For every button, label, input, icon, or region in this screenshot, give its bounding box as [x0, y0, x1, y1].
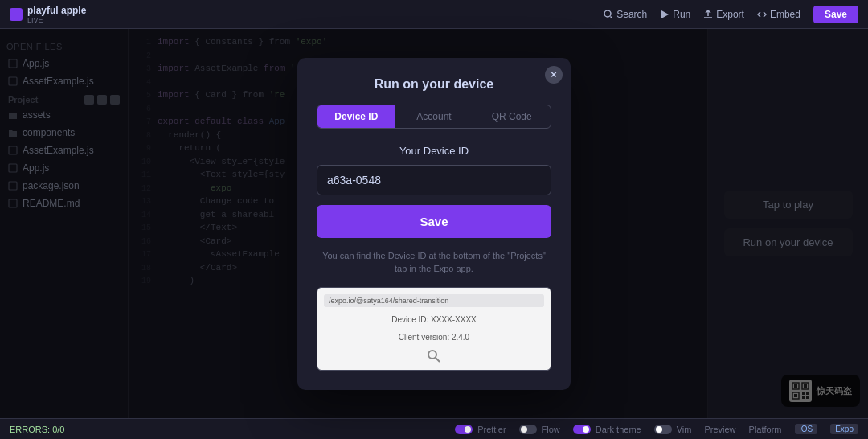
svg-point-0	[604, 10, 611, 17]
embed-button[interactable]: Embed	[757, 9, 800, 20]
bottombar: ERRORS: 0/0 Prettier Flow Dark theme Vim…	[0, 418, 868, 439]
ios-badge[interactable]: iOS	[795, 424, 818, 434]
screenshot-search	[324, 349, 544, 363]
screenshot-device-id: Device ID: XXXX-XXXX	[324, 314, 544, 326]
prettier-label: Prettier	[477, 425, 506, 434]
flow-toggle-dot[interactable]	[519, 425, 537, 434]
device-id-label: Your Device ID	[317, 145, 551, 157]
svg-line-10	[436, 358, 440, 362]
app-logo: playful apple LIVE	[10, 5, 86, 24]
preview-label-item: Preview	[704, 425, 735, 434]
play-icon	[660, 10, 669, 19]
prettier-toggle-dot[interactable]	[455, 425, 473, 434]
code-icon	[757, 10, 767, 19]
app-subtitle: LIVE	[27, 16, 86, 24]
screenshot-client-version: Client version: 2.4.0	[324, 331, 544, 344]
modal-overlay[interactable]: × Run on your device Device ID Account Q…	[0, 29, 868, 418]
vim-label: Vim	[677, 425, 692, 434]
topbar-actions: Search Run Export Embed Save	[604, 6, 858, 23]
expo-badge[interactable]: Expo	[830, 424, 858, 434]
errors-label: ERRORS: 0/0	[10, 425, 64, 434]
modal-hint: You can find the Device ID at the bottom…	[317, 249, 551, 276]
modal-close-button[interactable]: ×	[545, 66, 563, 84]
dark-theme-toggle-dot[interactable]	[573, 425, 591, 434]
flow-toggle[interactable]: Flow	[519, 425, 560, 434]
search-button[interactable]: Search	[604, 9, 647, 20]
dark-theme-toggle[interactable]: Dark theme	[573, 425, 641, 434]
svg-point-9	[428, 351, 436, 359]
upload-icon	[703, 10, 713, 19]
save-button[interactable]: Save	[813, 6, 858, 23]
run-on-device-modal: × Run on your device Device ID Account Q…	[297, 58, 571, 390]
vim-toggle[interactable]: Vim	[654, 425, 692, 434]
run-button[interactable]: Run	[660, 9, 690, 20]
prettier-toggle[interactable]: Prettier	[455, 425, 506, 434]
flow-label: Flow	[542, 425, 560, 434]
svg-line-1	[611, 16, 613, 18]
svg-marker-2	[661, 10, 669, 18]
modal-save-button[interactable]: Save	[317, 205, 551, 238]
logo-icon	[10, 8, 23, 21]
modal-screenshot: /expo.io/@satya164/shared-transition Dev…	[317, 287, 551, 371]
export-button[interactable]: Export	[703, 9, 744, 20]
tab-qr-code[interactable]: QR Code	[473, 105, 551, 128]
tab-account[interactable]: Account	[395, 105, 473, 128]
search-icon	[604, 10, 613, 19]
search-magnifier-icon	[427, 349, 441, 363]
modal-tabs: Device ID Account QR Code	[317, 105, 551, 129]
platform-label-item: Platform	[749, 425, 782, 434]
vim-toggle-dot[interactable]	[654, 425, 672, 434]
topbar: playful apple LIVE Search Run Export	[0, 0, 868, 29]
app-title: playful apple	[27, 5, 86, 16]
dark-theme-label: Dark theme	[596, 425, 641, 434]
tab-device-id[interactable]: Device ID	[317, 105, 395, 128]
device-id-input[interactable]	[317, 165, 551, 195]
modal-title: Run on your device	[317, 77, 551, 92]
screenshot-url: /expo.io/@satya164/shared-transition	[324, 294, 544, 307]
